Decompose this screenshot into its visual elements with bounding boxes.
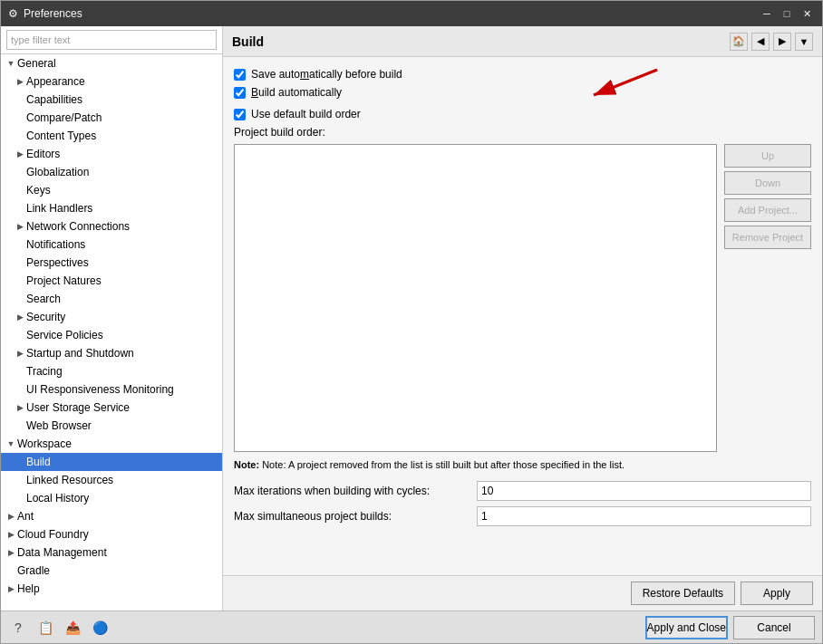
sidebar-item-notifications[interactable]: Notifications <box>1 235 222 254</box>
build-auto-label: Build automatically <box>251 86 342 99</box>
content-body: Save automatically before build Build au… <box>223 57 822 575</box>
sidebar-item-service-policies[interactable]: Service Policies <box>1 326 222 344</box>
sidebar-item-ui-responsiveness[interactable]: UI Responsiveness Monitoring <box>1 380 222 399</box>
sidebar: ▼ General ▶ Appearance Capabilities Comp… <box>1 26 223 610</box>
sidebar-item-compare-patch[interactable]: Compare/Patch <box>1 109 222 127</box>
sidebar-item-user-storage[interactable]: ▶ User Storage Service <box>1 399 222 417</box>
chevron-right-icon: ▶ <box>14 401 26 414</box>
chevron-right-icon: ▶ <box>14 311 26 323</box>
minimize-button[interactable]: ─ <box>759 5 775 22</box>
sidebar-item-local-history[interactable]: Local History <box>1 489 222 507</box>
use-default-order-row: Use default build order <box>234 108 811 120</box>
down-button[interactable]: Down <box>724 171 811 195</box>
max-iterations-row: Max iterations when building with cycles… <box>234 481 811 501</box>
bottom-bar: Restore Defaults Apply <box>223 575 822 610</box>
content-header: Build 🏠 ◀ ▶ ▼ <box>223 26 822 57</box>
apply-close-button[interactable]: Apply and Close <box>645 616 728 639</box>
chevron-right-icon: ▶ <box>14 347 26 360</box>
preferences-window: ⚙ Preferences ─ □ ✕ ▼ General ▶ Ap <box>0 0 823 644</box>
sidebar-item-project-natures[interactable]: Project Natures <box>1 272 222 290</box>
max-simultaneous-input[interactable] <box>477 506 811 526</box>
restore-defaults-button[interactable]: Restore Defaults <box>631 582 735 605</box>
window-title: Preferences <box>24 7 82 20</box>
chevron-right-icon: ▶ <box>5 546 17 559</box>
build-auto-checkbox[interactable] <box>234 87 246 99</box>
header-actions: 🏠 ◀ ▶ ▼ <box>730 33 813 51</box>
sidebar-item-help[interactable]: ▶ Help <box>1 580 222 598</box>
chevron-right-icon: ▶ <box>5 528 17 541</box>
sidebar-item-web-browser[interactable]: Web Browser <box>1 417 222 435</box>
up-button[interactable]: Up <box>724 144 811 168</box>
tree: ▼ General ▶ Appearance Capabilities Comp… <box>1 54 222 610</box>
search-input[interactable] <box>6 30 217 50</box>
nav-back-button[interactable]: ◀ <box>751 33 770 51</box>
chevron-right-icon: ▶ <box>14 220 26 233</box>
remove-project-button[interactable]: Remove Project <box>724 226 811 249</box>
sidebar-item-data-management[interactable]: ▶ Data Management <box>1 543 222 562</box>
close-button[interactable]: ✕ <box>799 5 815 22</box>
sidebar-item-network-connections[interactable]: ▶ Network Connections <box>1 217 222 235</box>
clipboard-icon[interactable]: 📋 <box>35 618 55 638</box>
save-auto-row: Save automatically before build <box>234 68 811 81</box>
chevron-right-icon: ▶ <box>5 582 17 595</box>
sidebar-item-workspace-build[interactable]: Build <box>1 453 222 471</box>
build-order-section: Up Down Add Project... Remove Project <box>234 144 811 452</box>
sidebar-item-globalization[interactable]: Globalization <box>1 163 222 181</box>
footer-icons: ? 📋 📤 🔵 <box>8 618 110 638</box>
main-area: ▼ General ▶ Appearance Capabilities Comp… <box>1 26 822 610</box>
titlebar-title: ⚙ Preferences <box>8 7 82 20</box>
use-default-order-checkbox[interactable] <box>234 109 246 120</box>
sidebar-item-search[interactable]: Search <box>1 290 222 308</box>
sidebar-item-cloud-foundry[interactable]: ▶ Cloud Foundry <box>1 525 222 543</box>
sidebar-item-content-types[interactable]: Content Types <box>1 127 222 145</box>
save-auto-label: Save automatically before build <box>251 68 402 81</box>
sidebar-item-general[interactable]: ▼ General <box>1 54 222 72</box>
sidebar-item-appearance[interactable]: ▶ Appearance <box>1 72 222 91</box>
nav-forward-button[interactable]: ▶ <box>773 33 791 51</box>
info-icon[interactable]: 🔵 <box>90 618 110 638</box>
sidebar-item-workspace[interactable]: ▼ Workspace <box>1 435 222 453</box>
window-icon: ⚙ <box>8 7 18 20</box>
help-icon[interactable]: ? <box>8 618 28 638</box>
titlebar-controls: ─ □ ✕ <box>759 5 815 22</box>
sidebar-item-capabilities[interactable]: Capabilities <box>1 91 222 109</box>
footer: ? 📋 📤 🔵 Apply and Close Cancel <box>1 610 822 643</box>
max-simultaneous-row: Max simultaneous project builds: <box>234 506 811 526</box>
apply-button[interactable]: Apply <box>741 582 813 605</box>
sidebar-item-tracing[interactable]: Tracing <box>1 362 222 380</box>
sidebar-item-link-handlers[interactable]: Link Handlers <box>1 199 222 217</box>
max-simultaneous-label: Max simultaneous project builds: <box>234 510 470 523</box>
titlebar: ⚙ Preferences ─ □ ✕ <box>1 1 822 26</box>
export-icon[interactable]: 📤 <box>63 618 82 638</box>
chevron-down-icon: ▼ <box>5 437 17 450</box>
build-auto-row: Build automatically <box>234 86 811 99</box>
build-order-buttons: Up Down Add Project... Remove Project <box>724 144 811 452</box>
sidebar-item-keys[interactable]: Keys <box>1 181 222 199</box>
back-button[interactable]: 🏠 <box>730 33 748 51</box>
sidebar-item-editors[interactable]: ▶ Editors <box>1 145 222 163</box>
sidebar-item-security[interactable]: ▶ Security <box>1 308 222 326</box>
sidebar-item-ant[interactable]: ▶ Ant <box>1 507 222 525</box>
footer-buttons: Apply and Close Cancel <box>645 616 815 639</box>
chevron-right-icon: ▶ <box>5 510 17 523</box>
maximize-button[interactable]: □ <box>779 5 795 22</box>
search-box <box>1 26 222 54</box>
sidebar-item-linked-resources[interactable]: Linked Resources <box>1 471 222 489</box>
note-text: Note: Note: A project removed from the l… <box>234 459 811 470</box>
menu-button[interactable]: ▼ <box>795 33 813 51</box>
max-iterations-input[interactable] <box>477 481 811 501</box>
page-title: Build <box>232 34 264 49</box>
chevron-right-icon: ▶ <box>14 75 26 88</box>
sidebar-item-perspectives[interactable]: Perspectives <box>1 254 222 272</box>
save-auto-checkbox[interactable] <box>234 69 246 81</box>
sidebar-item-startup-shutdown[interactable]: ▶ Startup and Shutdown <box>1 344 222 362</box>
chevron-down-icon: ▼ <box>5 57 17 70</box>
use-default-order-label: Use default build order <box>251 108 361 120</box>
add-project-button[interactable]: Add Project... <box>724 198 811 222</box>
build-order-list[interactable] <box>234 144 717 452</box>
project-build-order-label: Project build order: <box>234 126 811 139</box>
sidebar-item-gradle[interactable]: Gradle <box>1 562 222 580</box>
chevron-right-icon: ▶ <box>14 148 26 160</box>
cancel-button[interactable]: Cancel <box>733 616 815 639</box>
content-area: Build 🏠 ◀ ▶ ▼ <box>223 26 822 610</box>
